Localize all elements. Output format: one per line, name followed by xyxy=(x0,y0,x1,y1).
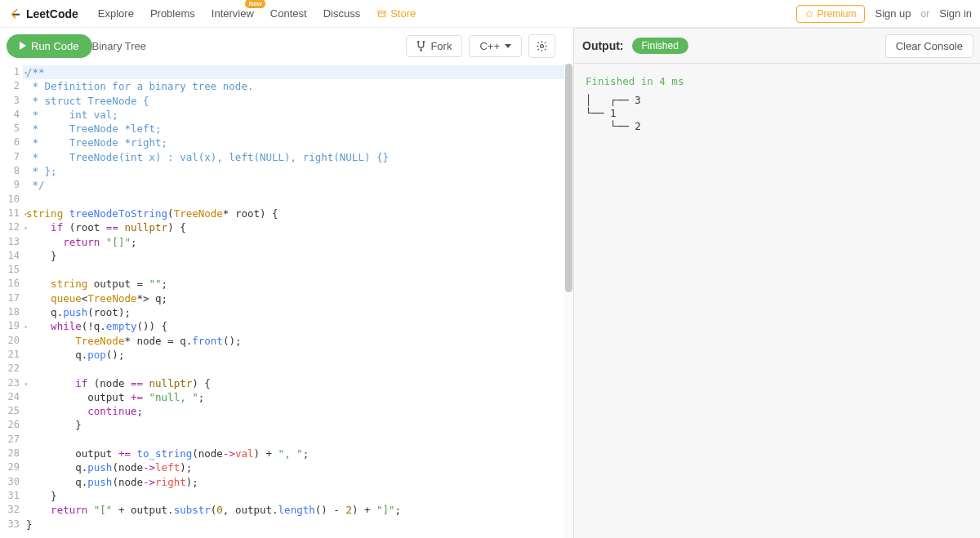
nav-discuss[interactable]: Discuss xyxy=(323,7,361,20)
code-editor[interactable]: 1234567891011121314151617181920212223242… xyxy=(0,64,573,538)
language-select[interactable]: C++ xyxy=(469,35,522,57)
star-icon: ✩ xyxy=(805,8,813,20)
signup-link[interactable]: Sign up xyxy=(875,7,911,20)
fork-icon xyxy=(416,41,425,51)
gear-icon xyxy=(536,40,548,52)
output-status-line: Finished in 4 ms xyxy=(586,75,969,87)
svg-point-1 xyxy=(423,41,425,43)
nav-explore[interactable]: Explore xyxy=(98,7,134,20)
svg-point-0 xyxy=(417,41,420,43)
editor-toolbar: Run Code Binary Tree Fork C++ xyxy=(0,28,573,64)
leetcode-icon xyxy=(8,7,21,20)
line-gutter: 1234567891011121314151617181920212223242… xyxy=(0,64,23,538)
svg-point-3 xyxy=(541,44,544,47)
store-icon xyxy=(376,8,387,19)
playground-title: Binary Tree xyxy=(92,40,146,52)
svg-point-2 xyxy=(421,49,423,51)
top-nav: LeetCode Explore Problems Interview New … xyxy=(0,0,980,28)
nav-interview[interactable]: Interview New xyxy=(212,7,254,20)
output-label: Output: xyxy=(582,39,624,52)
chevron-down-icon xyxy=(505,44,511,48)
scrollbar-thumb[interactable] xyxy=(565,64,572,292)
output-header: Output: Finished Clear Console xyxy=(573,28,980,64)
nav-contest[interactable]: Contest xyxy=(270,7,307,20)
nav-right: ✩ Premium Sign up or Sign in xyxy=(796,5,972,23)
main-split: 1234567891011121314151617181920212223242… xyxy=(0,64,980,538)
output-console: Finished in 4 ms │ ┌── 3 └── 1 └── 2 xyxy=(573,64,980,538)
run-button[interactable]: Run Code xyxy=(7,34,92,58)
clear-console-button[interactable]: Clear Console xyxy=(885,34,973,58)
nav-problems[interactable]: Problems xyxy=(150,7,195,20)
brand-name: LeetCode xyxy=(26,7,78,20)
signin-link[interactable]: Sign in xyxy=(939,7,972,20)
fork-button[interactable]: Fork xyxy=(406,35,462,57)
or-text: or xyxy=(921,8,930,20)
code-content[interactable]: /** * Definition for a binary tree node.… xyxy=(23,64,573,538)
toolbar-row: Run Code Binary Tree Fork C++ Output: Fi… xyxy=(0,28,980,64)
nav-store[interactable]: Store xyxy=(376,7,416,20)
premium-button[interactable]: ✩ Premium xyxy=(796,5,865,23)
logo[interactable]: LeetCode xyxy=(8,7,78,20)
new-badge: New xyxy=(245,0,265,8)
settings-button[interactable] xyxy=(528,34,555,58)
editor-scrollbar[interactable] xyxy=(564,64,573,538)
play-icon xyxy=(20,42,26,50)
toolbar-right-group: Fork C++ xyxy=(406,34,555,58)
output-tree: │ ┌── 3 └── 1 └── 2 xyxy=(586,94,969,133)
status-badge: Finished xyxy=(632,38,688,54)
